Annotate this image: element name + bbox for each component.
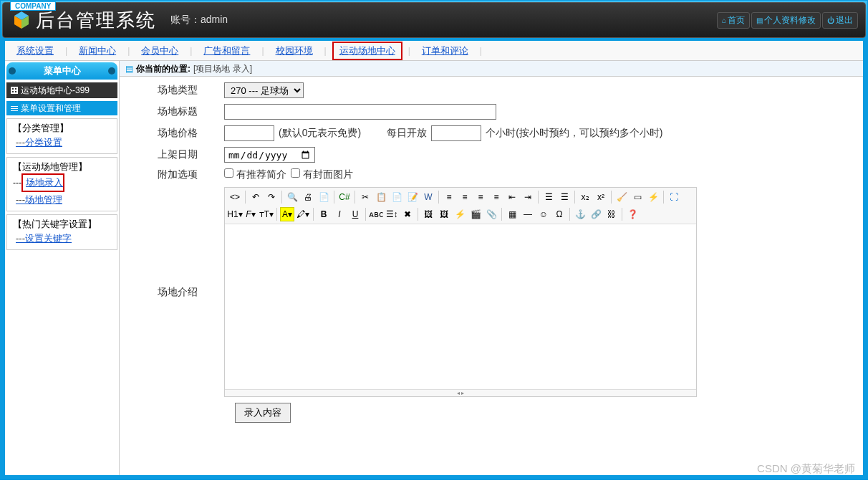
tab-news[interactable]: 新闻中心 [73, 43, 122, 59]
tab-system[interactable]: 系统设置 [11, 43, 59, 59]
heading-icon[interactable]: H1▾ [228, 207, 242, 221]
checkbox-recommend[interactable] [224, 168, 233, 178]
account-info: 账号：admin [170, 14, 228, 27]
logo-icon [11, 10, 32, 30]
profile-link[interactable]: ▤个人资料修改 [751, 12, 821, 29]
strikethrough-icon[interactable]: ᴀʙᴄ [369, 207, 383, 221]
checkbox-cover-image[interactable] [291, 168, 300, 178]
tab-orders[interactable]: 订单和评论 [416, 43, 474, 59]
breadcrumb: ▤ 你当前的位置: [项目场地 录入] [120, 61, 863, 77]
sidebar: 菜单中心 运动场地中心-399 菜单设置和管理 【分类管理】 ---分类设置 【… [5, 61, 120, 475]
about-icon[interactable]: ❓ [625, 207, 640, 221]
label-venue-title: 场地标题 [131, 105, 224, 118]
link-icon[interactable]: 🔗 [589, 207, 603, 221]
tab-members[interactable]: 会员中心 [135, 43, 184, 59]
sidebar-group-venue: 【运动场地管理】 ---场地录入 ---场地管理 [6, 157, 117, 211]
sidebar-link-set-keywords[interactable]: ---设置关键字 [13, 231, 111, 247]
label-list-date: 上架日期 [131, 148, 224, 161]
source-icon[interactable]: <> [228, 190, 242, 204]
app-title: 后台管理系统 [36, 8, 156, 33]
sidebar-group-category: 【分类管理】 ---分类设置 [6, 118, 117, 154]
submit-button[interactable]: 录入内容 [235, 403, 291, 423]
logout-link[interactable]: ⏻退出 [822, 12, 858, 29]
image-icon[interactable]: 🖼 [421, 207, 435, 221]
sidebar-link-venue-manage[interactable]: ---场地管理 [13, 192, 111, 208]
tab-venue[interactable]: 运动场地中心 [332, 42, 402, 60]
underline-icon[interactable]: U [348, 207, 362, 221]
align-center-icon[interactable]: ≡ [458, 190, 472, 204]
input-daily-hours[interactable] [431, 125, 481, 141]
top-tabs: 系统设置| 新闻中心| 会员中心| 广告和留言| 校园环境| 运动场地中心| 订… [5, 41, 863, 61]
unlink-icon[interactable]: ⛓ [604, 207, 619, 221]
subscript-icon[interactable]: x₂ [578, 190, 592, 204]
price-hint: (默认0元表示免费) [279, 127, 361, 140]
editor-body[interactable] [225, 224, 696, 389]
top-border: 后台管理系统 账号：admin ⌂首页 ▤个人资料修改 ⏻退出 [0, 0, 868, 40]
label-daily-open: 每日开放 [387, 127, 427, 140]
editor-resize-handle[interactable]: ◂ ▸ [225, 389, 696, 396]
indent-icon[interactable]: ⇥ [521, 190, 535, 204]
template-icon[interactable]: 📄 [317, 190, 331, 204]
brand-badge: COMPANY [10, 1, 56, 11]
select-venue-type[interactable]: 270 --- 足球场 [224, 82, 304, 98]
flash-icon[interactable]: ⚡ [453, 207, 467, 221]
text-color-icon[interactable]: A▾ [280, 207, 294, 221]
bg-color-icon[interactable]: 🖍▾ [296, 207, 310, 221]
paste-text-icon[interactable]: 📝 [405, 190, 420, 204]
input-price[interactable] [224, 125, 274, 141]
home-link[interactable]: ⌂首页 [717, 12, 750, 29]
sidebar-panel-title: 运动场地中心-399 [6, 82, 117, 98]
select-all-icon[interactable]: ▭ [630, 190, 645, 204]
align-left-icon[interactable]: ≡ [442, 190, 456, 204]
print-icon[interactable]: 🖨 [301, 190, 315, 204]
power-icon: ⏻ [827, 16, 834, 24]
undo-icon[interactable]: ↶ [249, 190, 263, 204]
watermark: CSDN @黄菊华老师 [757, 462, 855, 476]
tab-campus[interactable]: 校园环境 [270, 43, 319, 59]
emoji-icon[interactable]: ☺ [536, 207, 551, 221]
sidebar-link-venue-entry[interactable]: 场地录入 [21, 173, 64, 192]
cut-icon[interactable]: ✂ [358, 190, 372, 204]
sidebar-header: 菜单中心 [6, 62, 117, 80]
sidebar-link-category-set[interactable]: ---分类设置 [13, 135, 111, 150]
line-height-icon[interactable]: ☰↕ [385, 207, 399, 221]
unordered-list-icon[interactable]: ☰ [557, 190, 572, 204]
font-size-icon[interactable]: ᴛT▾ [259, 207, 274, 221]
input-list-date[interactable] [224, 147, 315, 163]
align-right-icon[interactable]: ≡ [473, 190, 488, 204]
code-icon[interactable]: C# [337, 190, 352, 204]
multi-image-icon[interactable]: 🖼 [437, 207, 451, 221]
tab-ads[interactable]: 广告和留言 [198, 43, 256, 59]
fullscreen-icon[interactable]: ⛶ [667, 190, 681, 204]
outdent-icon[interactable]: ⇤ [505, 190, 519, 204]
file-icon[interactable]: 📎 [484, 207, 498, 221]
italic-icon[interactable]: I [332, 207, 347, 221]
paste-word-icon[interactable]: W [421, 190, 435, 204]
bars-icon [11, 105, 18, 111]
input-venue-title[interactable] [224, 104, 496, 120]
label-extras: 附加选项 [131, 168, 224, 181]
anchor-icon[interactable]: ⚓ [573, 207, 587, 221]
copy-icon[interactable]: 📋 [374, 190, 388, 204]
ordered-list-icon[interactable]: ☰ [541, 190, 556, 204]
table-icon[interactable]: ▦ [505, 207, 519, 221]
sidebar-group-title: 【热门关键字设置】 [13, 218, 111, 231]
sidebar-sub-title: 菜单设置和管理 [6, 101, 117, 115]
label-intro: 场地介绍 [131, 187, 224, 397]
home-icon: ⌂ [722, 16, 726, 24]
quickformat-icon[interactable]: ⚡ [646, 190, 660, 204]
paste-icon[interactable]: 📄 [390, 190, 404, 204]
preview-icon[interactable]: 🔍 [285, 190, 299, 204]
editor-toolbar: <> ↶ ↷ 🔍 🖨 📄 C# ✂ [225, 188, 696, 224]
top-bar: 后台管理系统 账号：admin ⌂首页 ▤个人资料修改 ⏻退出 [2, 2, 866, 38]
redo-icon[interactable]: ↷ [264, 190, 279, 204]
bold-icon[interactable]: B [317, 207, 331, 221]
clear-format-icon[interactable]: 🧹 [614, 190, 629, 204]
align-justify-icon[interactable]: ≡ [489, 190, 503, 204]
hr-icon[interactable]: — [521, 207, 535, 221]
media-icon[interactable]: 🎬 [468, 207, 483, 221]
font-family-icon[interactable]: F▾ [243, 207, 258, 221]
special-char-icon[interactable]: Ω [552, 207, 566, 221]
superscript-icon[interactable]: x² [594, 190, 608, 204]
remove-format-icon[interactable]: ✖ [400, 207, 415, 221]
